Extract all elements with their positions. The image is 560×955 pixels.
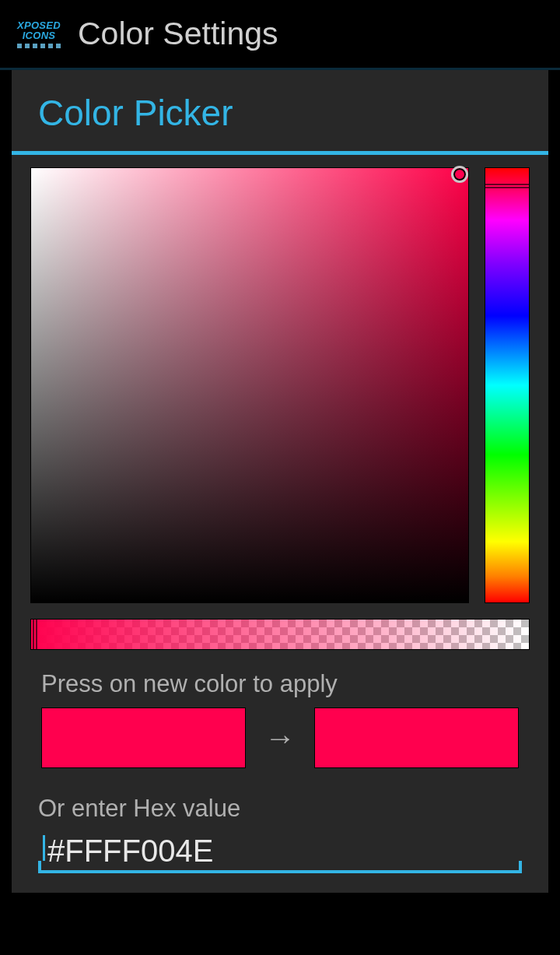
text-cursor-icon bbox=[43, 835, 45, 861]
app-icon-status-glyphs bbox=[17, 44, 61, 48]
sv-cursor-icon[interactable] bbox=[451, 166, 468, 183]
alpha-cursor-icon bbox=[33, 619, 37, 650]
arrow-right-icon: → bbox=[264, 721, 296, 756]
apply-instruction-label: Press on new color to apply bbox=[41, 670, 519, 698]
app-header: XPOSED ICONS Color Settings bbox=[0, 0, 560, 70]
saturation-value-panel[interactable] bbox=[30, 167, 469, 603]
hex-input-label: Or enter Hex value bbox=[30, 795, 530, 823]
dialog-title: Color Picker bbox=[38, 92, 522, 134]
page-title: Color Settings bbox=[78, 16, 278, 52]
app-icon: XPOSED ICONS bbox=[14, 14, 64, 54]
alpha-slider[interactable] bbox=[30, 619, 530, 650]
hue-slider[interactable] bbox=[485, 167, 530, 603]
hex-input[interactable] bbox=[43, 834, 517, 869]
hex-input-container[interactable] bbox=[38, 829, 522, 873]
app-icon-label: XPOSED ICONS bbox=[17, 20, 61, 40]
color-picker-dialog: Color Picker Press on new color to apply… bbox=[12, 70, 548, 893]
hue-cursor-icon bbox=[485, 184, 530, 188]
current-color-swatch[interactable] bbox=[41, 707, 246, 768]
new-color-swatch[interactable] bbox=[314, 707, 519, 768]
